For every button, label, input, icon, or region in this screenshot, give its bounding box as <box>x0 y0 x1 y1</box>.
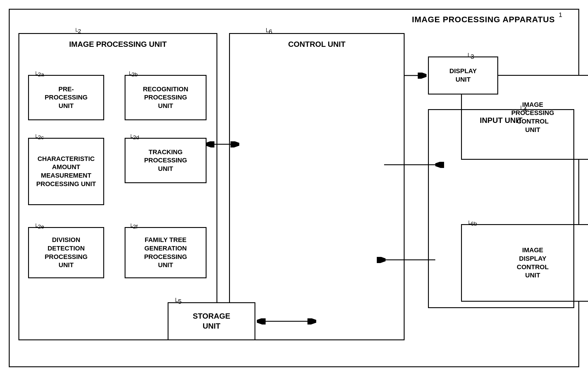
box-2e: DIVISIONDETECTIONPROCESSINGUNIT <box>28 227 104 278</box>
label-2c: └2c <box>34 134 44 141</box>
box-2b: RECOGNITIONPROCESSINGUNIT <box>125 75 207 120</box>
label-4: └4 <box>519 106 527 113</box>
label-5: └5 <box>173 298 182 305</box>
input-unit-box: INPUT UNIT OBSERVATION IMAGEINPUT UNIT └… <box>428 109 574 308</box>
label-1: 1 <box>559 11 562 19</box>
diagram-container: IMAGE PROCESSING APPARATUS 1 IMAGE PROCE… <box>9 9 579 367</box>
control-unit-box: CONTROL UNIT IMAGEPROCESSINGCONTROLUNIT … <box>229 33 405 340</box>
label-6: └6 <box>264 28 272 36</box>
box-2a: PRE-PROCESSINGUNIT <box>28 75 104 120</box>
label-2: └2 <box>74 28 81 35</box>
ipu-title: IMAGE PROCESSING UNIT <box>19 40 216 49</box>
box-2c: CHARACTERISTICAMOUNTMEASUREMENTPROCESSIN… <box>28 138 104 205</box>
label-2b: └2b <box>128 71 138 78</box>
apparatus-title: IMAGE PROCESSING APPARATUS <box>412 15 555 24</box>
image-processing-unit-box: IMAGE PROCESSING UNIT PRE-PROCESSINGUNIT… <box>18 33 217 340</box>
box-2d: TRACKINGPROCESSINGUNIT <box>125 138 207 183</box>
label-2a: └2a <box>34 71 44 78</box>
box-2f: FAMILY TREEGENERATIONPROCESSINGUNIT <box>125 227 207 278</box>
label-2e: └2e <box>34 224 44 230</box>
label-3: └3 <box>466 53 474 61</box>
input-unit-title: INPUT UNIT <box>429 116 573 125</box>
storage-unit-box: STORAGEUNIT <box>168 302 255 340</box>
label-2d: └2d <box>129 134 139 141</box>
label-2f: └2f <box>129 224 137 230</box>
control-title: CONTROL UNIT <box>230 40 404 49</box>
display-unit-box: DISPLAYUNIT <box>428 56 498 95</box>
